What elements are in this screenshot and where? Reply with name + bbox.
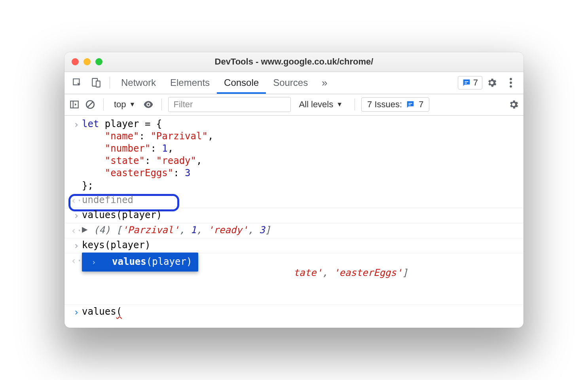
history-tooltip[interactable]: › values(player) [82, 253, 198, 271]
prompt-input[interactable]: values( [82, 306, 517, 318]
separator [110, 77, 110, 89]
svg-rect-14 [409, 104, 411, 105]
console-prompt-row[interactable]: › values( [64, 305, 524, 320]
separator [103, 99, 104, 110]
svg-marker-9 [75, 103, 76, 106]
sidebar-toggle-icon[interactable] [68, 98, 81, 111]
svg-rect-13 [409, 103, 412, 104]
console-output-row[interactable]: ‹· ▶ (4) ['name', 'number', 'state', 'ea… [64, 253, 524, 305]
svg-point-6 [510, 86, 512, 88]
code-text: keys(player) [82, 239, 517, 251]
chevron-down-icon: ▼ [129, 101, 136, 108]
titlebar: DevTools - www.google.co.uk/chrome/ [64, 52, 524, 72]
settings-icon[interactable] [485, 76, 499, 90]
console-input-row: › values(player) [64, 208, 524, 223]
message-icon [406, 100, 415, 109]
input-chevron-icon: › [71, 118, 82, 131]
array-result: ▶ (4) ['Parzival', 1, 'ready', 3] [82, 224, 517, 236]
chevron-down-icon: ▼ [336, 101, 343, 108]
tab-console[interactable]: Console [217, 72, 266, 94]
output-chevron-icon: ‹· [71, 224, 82, 237]
tab-network[interactable]: Network [114, 72, 163, 94]
code-text: let player = { "name": "Parzival", "numb… [82, 118, 517, 192]
prompt-chevron-icon: › [71, 306, 82, 319]
tooltip-text: values(player) [112, 256, 192, 268]
svg-point-4 [510, 78, 512, 80]
issues-count: 7 [419, 99, 423, 110]
main-tabs: Network Elements Console Sources » 7 [64, 72, 524, 94]
filter-input[interactable] [168, 97, 291, 112]
live-expression-icon[interactable] [142, 98, 155, 111]
svg-rect-3 [465, 83, 467, 84]
kebab-menu-icon[interactable] [504, 76, 518, 90]
device-toggle-icon[interactable] [89, 76, 103, 90]
svg-rect-1 [96, 81, 100, 87]
context-selector[interactable]: top ▼ [110, 99, 139, 110]
messages-badge[interactable]: 7 [458, 76, 482, 89]
console-input-row: › let player = { "name": "Parzival", "nu… [64, 117, 524, 193]
issues-label: 7 Issues: [367, 99, 402, 110]
svg-point-12 [148, 104, 150, 106]
input-chevron-icon: › [71, 239, 82, 252]
tab-label: Elements [170, 77, 210, 88]
tab-sources[interactable]: Sources [266, 72, 315, 94]
history-chevron-icon: › [91, 257, 96, 267]
console-input-row: › keys(player) [64, 238, 524, 253]
log-levels-selector[interactable]: All levels ▼ [293, 99, 348, 110]
tab-label: Network [121, 77, 156, 88]
expand-icon[interactable]: ▶ [82, 223, 87, 236]
levels-label: All levels [299, 99, 333, 110]
svg-rect-2 [465, 81, 468, 82]
console-body: › let player = { "name": "Parzival", "nu… [64, 116, 524, 328]
inspect-icon[interactable] [70, 76, 84, 90]
code-text: values(player) [82, 209, 517, 221]
svg-point-5 [510, 82, 512, 84]
tab-elements[interactable]: Elements [163, 72, 217, 94]
more-tabs-icon[interactable]: » [317, 76, 332, 90]
context-label: top [114, 99, 126, 110]
message-icon [462, 78, 471, 87]
console-output-row[interactable]: ‹· ▶ (4) ['Parzival', 1, 'ready', 3] [64, 223, 524, 238]
console-settings-icon[interactable] [507, 98, 520, 111]
output-chevron-icon: ‹· [71, 254, 82, 267]
svg-rect-7 [70, 101, 78, 108]
console-output-row: ‹· undefined [64, 193, 524, 208]
undefined-result: undefined [82, 194, 517, 206]
separator [355, 99, 355, 110]
window-title: DevTools - www.google.co.uk/chrome/ [64, 57, 524, 67]
clear-console-icon[interactable] [83, 98, 97, 111]
tab-label: Sources [273, 77, 308, 88]
tab-label: Console [224, 77, 259, 88]
filter-field [168, 97, 291, 112]
separator [161, 99, 162, 110]
issues-badge[interactable]: 7 Issues: 7 [361, 97, 429, 112]
console-toolbar: top ▼ All levels ▼ 7 Issues: 7 [64, 94, 524, 116]
devtools-window: DevTools - www.google.co.uk/chrome/ Netw… [64, 52, 524, 328]
badge-count: 7 [473, 78, 478, 88]
array-result: ▶ (4) ['name', 'number', 'state', 'easte… [82, 254, 517, 304]
svg-line-11 [88, 102, 93, 107]
